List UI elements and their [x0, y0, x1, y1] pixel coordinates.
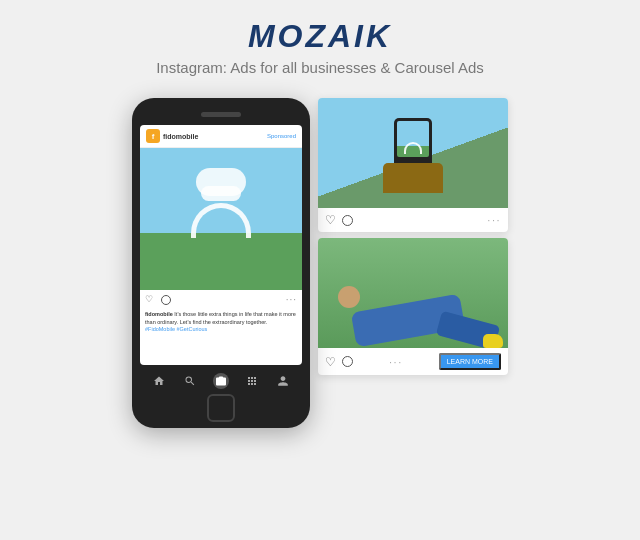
instagram-user: f fidomobile — [146, 129, 198, 143]
phone-in-hands-graphic — [383, 113, 443, 193]
grid-nav-icon[interactable] — [244, 373, 260, 389]
username-label: fidomobile — [163, 133, 198, 140]
card-1-comment-icon[interactable] — [342, 215, 353, 226]
mini-arch-graphic — [404, 142, 422, 154]
profile-nav-icon[interactable] — [275, 373, 291, 389]
card-2-comment-icon[interactable] — [342, 356, 353, 367]
cloud-roof — [196, 168, 246, 196]
phone-home-button[interactable] — [207, 394, 235, 422]
mini-phone-screen — [397, 121, 429, 157]
comment-icon[interactable] — [161, 295, 171, 305]
card-1-actions: ♡ ··· — [318, 208, 508, 232]
card-1-dots-icon[interactable]: ··· — [487, 214, 501, 226]
instagram-header: f fidomobile Sponsored — [140, 125, 302, 148]
phone-speaker — [201, 112, 241, 117]
hands-graphic — [383, 163, 443, 193]
phone-nav-bar — [140, 373, 302, 389]
carousel-cards-container: ♡ ··· ♡ ··· LEARN MORE — [318, 98, 508, 375]
caption-hashtags: #FidoMobile #GetCurious — [145, 326, 207, 332]
card-2-image — [318, 238, 508, 348]
card-2-actions: ♡ ··· LEARN MORE — [318, 348, 508, 375]
instagram-actions: ♡ ··· — [140, 290, 302, 309]
home-nav-icon[interactable] — [151, 373, 167, 389]
content-area: f fidomobile Sponsored ♡ ··· fidomobi — [132, 98, 508, 428]
card-2-dots-icon[interactable]: ··· — [389, 356, 403, 368]
learn-more-button[interactable]: LEARN MORE — [439, 353, 501, 370]
person-on-grass-graphic — [333, 268, 498, 338]
instagram-post-image — [140, 148, 302, 290]
cloud-arch — [191, 203, 251, 238]
carousel-card-1: ♡ ··· — [318, 98, 508, 232]
camera-nav-icon[interactable] — [213, 373, 229, 389]
heart-icon[interactable]: ♡ — [145, 295, 155, 305]
card-1-image — [318, 98, 508, 208]
more-options-icon[interactable]: ··· — [286, 294, 297, 305]
phone-screen: f fidomobile Sponsored ♡ ··· fidomobi — [140, 125, 302, 365]
person-shoes — [483, 334, 503, 348]
phone-mockup: f fidomobile Sponsored ♡ ··· fidomobi — [132, 98, 310, 428]
mini-phone — [394, 118, 432, 168]
card-1-heart-icon[interactable]: ♡ — [325, 213, 336, 227]
search-nav-icon[interactable] — [182, 373, 198, 389]
brand-logo: MOZAIK — [156, 18, 484, 55]
card-2-heart-icon[interactable]: ♡ — [325, 355, 336, 369]
sponsored-label: Sponsored — [267, 133, 296, 139]
instagram-caption: fidomobile It's those little extra thing… — [140, 309, 302, 337]
user-avatar-icon: f — [146, 129, 160, 143]
person-head — [338, 286, 360, 308]
page-subtitle: Instagram: Ads for all businesses & Caro… — [156, 59, 484, 76]
cloud-house-graphic — [181, 168, 261, 248]
caption-username: fidomobile — [145, 311, 173, 317]
page-header: MOZAIK Instagram: Ads for all businesses… — [156, 0, 484, 76]
carousel-card-2: ♡ ··· LEARN MORE — [318, 238, 508, 375]
